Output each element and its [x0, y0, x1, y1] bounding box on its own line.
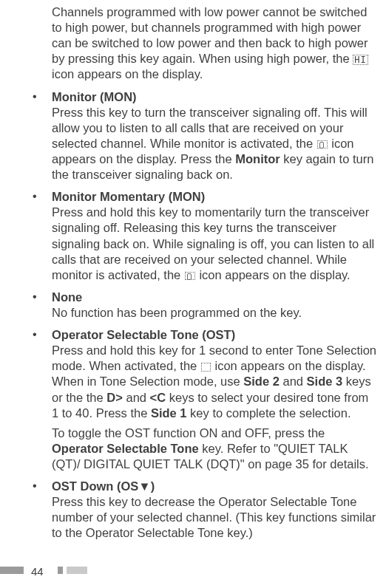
section-title-monitor-momentary: Monitor Momentary (MON) [52, 189, 377, 205]
bullet-icon: • [33, 290, 52, 304]
bullet-icon: • [33, 89, 52, 104]
list-item: • Operator Selectable Tone (OST) Press a… [33, 327, 377, 472]
bullet-icon: • [33, 479, 52, 493]
section-body-none: No function has been programmed on the k… [52, 305, 377, 321]
footer-decoration-mid [58, 567, 63, 574]
list-item: • None No function has been programmed o… [33, 290, 377, 321]
monitor-icon [317, 140, 328, 148]
list-item: • OST Down (OS▼) Press this key to decre… [33, 479, 377, 541]
page-number: 44 [31, 564, 44, 578]
section-title-ost-down: OST Down (OS▼) [52, 479, 377, 494]
intro-text-1: Channels programmed with low power canno… [52, 5, 368, 65]
page-footer: 44 [0, 564, 386, 578]
section-body-ost-2: To toggle the OST function ON and OFF, p… [52, 425, 377, 472]
list-item: • Monitor (MON) Press this key to turn t… [33, 89, 377, 183]
section-body-ost-down: Press this key to decrease the Operator … [52, 494, 377, 541]
section-body-ost-1: Press and hold this key for 1 second to … [52, 343, 377, 421]
section-title-monitor: Monitor (MON) [52, 89, 377, 105]
hi-power-icon: HI [353, 55, 368, 65]
ost-icon [201, 363, 211, 372]
section-title-none: None [52, 290, 377, 305]
footer-decoration-left [0, 567, 24, 574]
intro-text-2: icon appears on the display. [52, 67, 203, 81]
list-item: • Monitor Momentary (MON) Press and hold… [33, 189, 377, 283]
bullet-icon: • [33, 327, 52, 342]
footer-decoration-right [67, 567, 87, 574]
section-body-monitor-momentary: Press and hold this key to momentarily t… [52, 205, 377, 283]
section-title-ost: Operator Selectable Tone (OST) [52, 327, 377, 343]
intro-paragraph: Channels programmed with low power canno… [0, 4, 386, 83]
bullet-icon: • [33, 189, 52, 204]
monitor-icon [185, 272, 195, 280]
section-body-monitor: Press this key to turn the transceiver s… [52, 105, 377, 183]
